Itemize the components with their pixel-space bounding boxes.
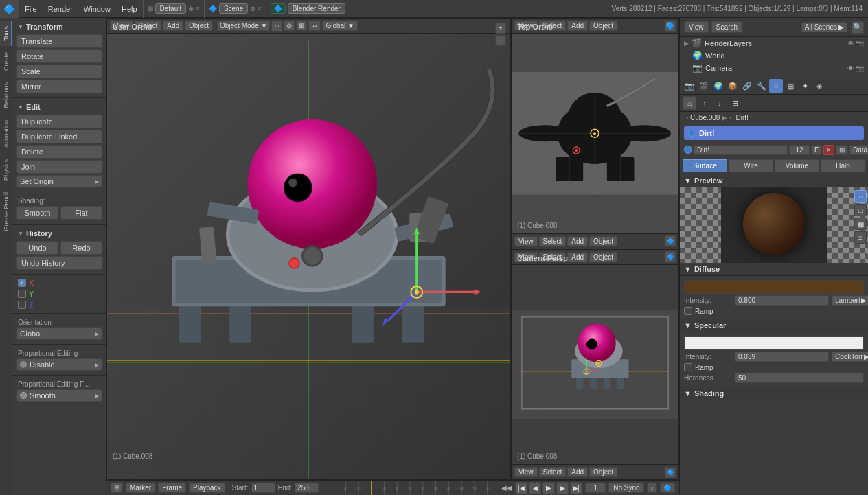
play-start-btn[interactable]: |◀ — [515, 482, 527, 494]
cam-icon[interactable]: 🔷 — [665, 251, 676, 262]
cam-vb-object[interactable]: Object — [589, 467, 617, 477]
tab-volume[interactable]: Volume — [775, 159, 819, 172]
cam-vb-view[interactable]: View — [514, 467, 538, 477]
diffuse-intensity-input[interactable] — [735, 295, 829, 306]
start-frame-input[interactable] — [251, 483, 275, 493]
menu-file[interactable]: File — [19, 0, 43, 18]
render-layers-camera-icon[interactable]: 📷 — [856, 40, 864, 47]
search-icon[interactable]: 🔍 — [852, 21, 864, 34]
preview-section-label[interactable]: ▼ Preview — [680, 174, 868, 187]
transform-header[interactable]: ▼ Transform — [16, 21, 102, 33]
specular-ramp-checkbox[interactable] — [684, 363, 692, 371]
redo-button[interactable]: Redo — [60, 241, 102, 255]
prop-falloff-dropdown[interactable]: Smooth ▶ — [16, 389, 102, 402]
view-btn[interactable]: View — [684, 21, 709, 33]
mat-name-input[interactable] — [694, 145, 788, 155]
timeline-frame-btn[interactable]: Frame — [158, 483, 186, 493]
mirror-button[interactable]: Mirror — [16, 80, 102, 93]
nav-up-icon[interactable]: ↑ — [698, 96, 711, 110]
top-vb-view[interactable]: View — [514, 236, 538, 246]
prop-particle-icon[interactable]: ✦ — [798, 79, 812, 93]
vtab-tools[interactable]: Tools — [0, 21, 12, 46]
edit-header[interactable]: ▼ Edit — [16, 101, 102, 113]
specular-color-swatch[interactable] — [684, 336, 864, 350]
material-name[interactable]: Dirt! — [699, 129, 860, 137]
outliner-render-layers[interactable]: ▶ 🎬 RenderLayers 👁 📷 — [680, 37, 868, 49]
audio-btn[interactable]: ♪ — [647, 483, 657, 493]
top-vb-select[interactable]: Select — [539, 236, 567, 246]
preview-section-header[interactable]: ▼ Preview ○ □ ▦ ≡ — [680, 174, 868, 263]
prev-frame-btn[interactable]: ◀ — [529, 482, 541, 494]
menu-render[interactable]: Render — [43, 0, 78, 18]
breadcrumb-cube[interactable]: Cube.008 — [690, 114, 720, 122]
prop-constraint-icon[interactable]: 🔗 — [740, 79, 754, 93]
breadcrumb-mat[interactable]: Dirt! — [735, 114, 748, 122]
top-vb-add[interactable]: Add — [567, 236, 588, 246]
undo-button[interactable]: Undo — [16, 241, 58, 255]
search-btn[interactable]: Search — [711, 21, 743, 33]
shading-rp-section-header[interactable]: ▼ Shading — [680, 387, 868, 400]
end-frame-input[interactable] — [295, 483, 319, 493]
top-object-btn[interactable]: Object — [589, 21, 617, 31]
top-add-btn[interactable]: Add — [567, 21, 588, 31]
diffuse-color-swatch[interactable] — [684, 280, 864, 294]
axis-x-checkbox[interactable]: ✓ — [18, 279, 26, 287]
smooth-button[interactable]: Smooth — [16, 206, 58, 220]
prop-scene-icon[interactable]: 🎬 — [697, 79, 711, 93]
cam-select-btn[interactable]: Select — [539, 252, 567, 262]
specular-mode-select[interactable]: CookTorr ▶ — [832, 352, 868, 362]
delete-button[interactable]: Delete — [16, 145, 102, 159]
prop-material-icon[interactable]: ○ — [769, 79, 783, 93]
all-scenes-select[interactable]: All Scenes ▶ — [801, 22, 847, 32]
mat-data-select[interactable]: Data ▶ — [849, 145, 868, 155]
mat-f-btn[interactable]: F — [811, 145, 822, 155]
prop-editing-dropdown[interactable]: Disable ▶ — [16, 358, 102, 371]
top-viewport[interactable]: View Select Add Object 🔷 Top Ortho — [511, 18, 679, 249]
timeline-strip[interactable]: -40 -20 0 20 40 60 80 100 120 — [324, 481, 496, 496]
nav-down-icon[interactable]: ↓ — [713, 96, 727, 110]
rotate-button[interactable]: Rotate — [16, 49, 102, 63]
specular-section-header[interactable]: ▼ Specular — [680, 319, 868, 332]
prop-modifier-icon[interactable]: 🔧 — [755, 79, 768, 93]
preview-world-btn[interactable]: ▦ — [854, 218, 867, 230]
mat-copy-btn[interactable]: ⊞ — [836, 145, 848, 155]
top-viewport-icon[interactable]: 🔷 — [665, 21, 676, 32]
camera-render-icon[interactable]: 📷 — [856, 65, 864, 72]
nav-home-icon[interactable]: ⌂ — [683, 96, 696, 110]
orientation-dropdown[interactable]: Global ▶ — [16, 327, 102, 340]
prop-texture-icon[interactable]: ▦ — [784, 79, 797, 93]
next-frame-btn[interactable]: ▶ — [556, 482, 569, 494]
outliner-world[interactable]: 🌍 World — [680, 49, 868, 62]
camera-vis-icon[interactable]: 👁 — [847, 65, 854, 72]
main-viewport[interactable]: View Select Add Object Object Mode ▼ ○ ⊙… — [106, 18, 511, 480]
duplicate-linked-button[interactable]: Duplicate Linked — [16, 130, 102, 143]
prop-object-icon[interactable]: 📦 — [726, 79, 740, 93]
preview-sphere-btn[interactable]: ○ — [854, 190, 867, 203]
nav-zoom-out[interactable]: − — [495, 35, 506, 46]
hardness-input[interactable] — [735, 373, 864, 383]
cam-vb-icon[interactable]: 🔷 — [665, 467, 676, 478]
timeline-marker-btn[interactable]: Marker — [126, 483, 155, 493]
tab-surface[interactable]: Surface — [683, 159, 727, 172]
cam-view-btn[interactable]: View — [514, 252, 538, 262]
preview-hair-btn[interactable]: ≡ — [854, 231, 867, 244]
mat-delete-btn[interactable]: × — [823, 145, 834, 155]
menu-help[interactable]: Help — [116, 0, 143, 18]
screen-layout-badge[interactable]: Default — [155, 3, 187, 14]
tab-wire[interactable]: Wire — [729, 159, 773, 172]
specular-intensity-input[interactable] — [735, 352, 829, 362]
vtab-create[interactable]: Create — [0, 47, 12, 76]
set-origin-dropdown[interactable]: Set Origin ▶ — [16, 175, 102, 187]
prop-physics-icon[interactable]: ◈ — [812, 79, 826, 93]
outliner-camera[interactable]: 📷 Camera 👁 📷 — [680, 62, 868, 74]
nav-expand-icon[interactable]: ⊞ — [728, 96, 742, 110]
cam-vb-add[interactable]: Add — [567, 467, 588, 477]
top-view-btn[interactable]: View — [514, 21, 538, 31]
diffuse-section-header[interactable]: ▼ Diffuse — [680, 263, 868, 276]
vtab-physics[interactable]: Physics — [0, 154, 12, 186]
vtab-relations[interactable]: Relations — [0, 77, 12, 114]
top-vb-icon[interactable]: 🔷 — [665, 235, 676, 246]
menu-window[interactable]: Window — [78, 0, 116, 18]
undo-history-button[interactable]: Undo History — [16, 256, 102, 270]
join-button[interactable]: Join — [16, 160, 102, 174]
